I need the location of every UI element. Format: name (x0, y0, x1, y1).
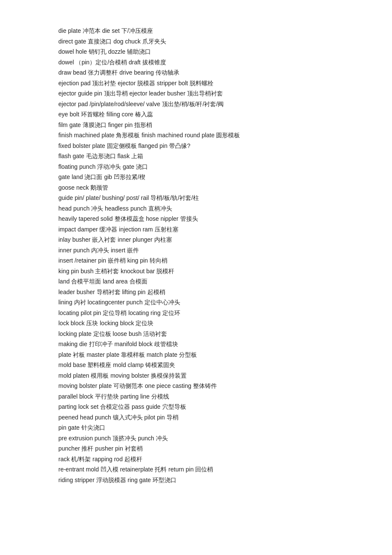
text-line-28: lock block 压块 locking block 定位块 (58, 318, 334, 329)
main-content: die plate 冲范本 die set 下/冲压模座direct gate … (58, 26, 334, 485)
text-line-9: film gate 薄膜浇口 finger pin 指形梢 (58, 120, 334, 130)
text-line-5: ejection pad 顶出衬垫 ejector 脱模器 stripper b… (58, 78, 334, 89)
text-line-32: mold base 塑料模座 mold clamp 铸模紧固夹 (58, 360, 334, 370)
text-line-19: impact damper 缓冲器 injection ram 压射柱塞 (58, 224, 334, 235)
text-line-30: making die 打印冲子 manifold block 歧管檔块 (58, 339, 334, 350)
text-line-10: finish machined plate 角形模板 finish machin… (58, 130, 334, 141)
text-line-41: rack 机/料架 rapping rod 起模杆 (58, 454, 334, 465)
text-line-18: heavily tapered solid 整体模蕊盒 hose nippler… (58, 214, 334, 224)
text-line-42: re-entrant mold 凹入模 retainerplate 托料 ret… (58, 464, 334, 475)
text-line-23: king pin bush 主梢衬套 knockout bar 脱模杆 (58, 266, 334, 277)
text-line-2: dowel hole 销钉孔 dozzle 辅助浇口 (58, 46, 334, 57)
text-line-12: flash gate 毛边形浇口 flask 上箱 (58, 151, 334, 162)
text-line-36: parting lock set 合模定位器 pass guide 穴型导板 (58, 402, 334, 412)
text-line-24: land 合模平坦面 land area 合模面 (58, 276, 334, 287)
text-line-21: inner punch 内冲头 insert 嵌件 (58, 245, 334, 256)
text-line-22: insert /retainer pin 嵌件梢 king pin 转向梢 (58, 255, 334, 266)
text-line-17: head punch 冲头 headless punch 直柄冲头 (58, 203, 334, 214)
text-line-11: fixed bolster plate 固定侧模板 flanged pin 带凸… (58, 141, 334, 151)
text-line-8: eye bolt 环首螺栓 filling core 椿入蕊 (58, 109, 334, 120)
text-line-15: goose neck 鹅颈管 (58, 182, 334, 193)
text-line-35: parallel block 平行垫块 parting line 分模线 (58, 391, 334, 402)
text-line-31: plate 衬板 master plate 靠模样板 match plate 分… (58, 350, 334, 360)
text-line-13: floating punch 浮动冲头 gate 浇口 (58, 162, 334, 172)
text-line-38: pin gate 针尖浇口 (58, 422, 334, 433)
text-line-43: riding stripper 浮动脱模器 ring gate 环型浇口 (58, 475, 334, 486)
text-line-16: guide pin/ plate/ bushing/ post/ rail 导梢… (58, 193, 334, 203)
text-line-40: puncher 推杆 pusher pin 衬套梢 (58, 443, 334, 454)
text-line-29: locking plate 定位板 loose bush 活动衬套 (58, 329, 334, 339)
text-line-3: dowel （pin）定位/合模梢 draft 拔模锥度 (58, 57, 334, 68)
text-line-27: locating pilot pin 定位导梢 locating ring 定位… (58, 308, 334, 318)
text-line-26: lining 内衬 locatingcenter punch 定位中心冲头 (58, 297, 334, 308)
text-line-6: ejector guide pin 顶出导梢 ejector leader bu… (58, 88, 334, 99)
text-line-25: leader busher 导梢衬套 lifting pin 起模梢 (58, 287, 334, 298)
text-line-4: draw bead 张力调整杆 drive bearing 传动轴承 (58, 67, 334, 78)
text-line-39: pre extrusion punch 顶挤冲头 punch 冲头 (58, 433, 334, 444)
text-line-33: mold platen 模用板 moving bolster 换模保持装置 (58, 370, 334, 381)
text-line-34: moving bolster plate 可动侧范本 one piece cas… (58, 381, 334, 391)
text-line-1: direct gate 直接浇口 dog chuck 爪牙夹头 (58, 36, 334, 47)
text-line-20: inlay busher 嵌入衬套 inner plunger 内柱塞 (58, 234, 334, 245)
text-line-7: ejector pad /pin/plate/rod/sleeve/ valve… (58, 99, 334, 110)
text-line-14: gate land 浇口面 gib 凹形拉紧/楔 (58, 172, 334, 182)
text-line-37: peened head punch 镶入式冲头 pilot pin 导梢 (58, 412, 334, 423)
text-line-0: die plate 冲范本 die set 下/冲压模座 (58, 26, 334, 36)
